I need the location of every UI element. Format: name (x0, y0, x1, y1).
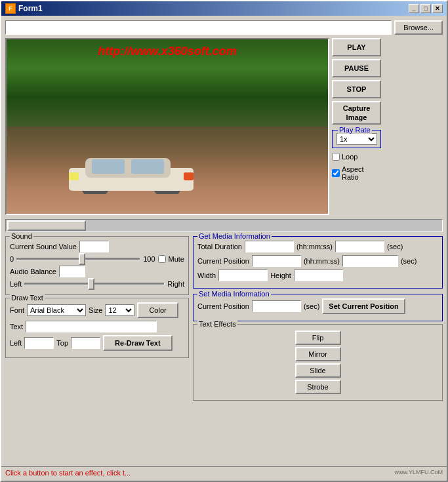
text-row: Text http://www.x360soft.com (10, 321, 184, 332)
mute-label: Mute (169, 255, 184, 263)
aspect-ratio-label: Aspect Ratio (342, 165, 381, 181)
audio-balance-input[interactable]: 0 (59, 266, 85, 277)
mute-checkbox[interactable] (158, 255, 166, 263)
current-sound-label: Current Sound Value (10, 243, 77, 251)
seek-bar[interactable] (5, 219, 443, 232)
loop-checkbox[interactable] (332, 153, 340, 161)
video-player: http://www.x360soft.com (5, 38, 329, 215)
draw-top-label: Top (56, 339, 68, 347)
loop-label: Loop (342, 153, 357, 161)
draw-text-group: Draw Text Font Arial Black Size 12 Color (5, 298, 189, 358)
sound-min-label: 0 (10, 255, 14, 263)
color-button[interactable]: Color (137, 302, 178, 318)
draw-top-input[interactable]: 5 (71, 337, 100, 349)
set-current-position-button[interactable]: Set Current Position (322, 298, 405, 314)
text-label: Text (10, 323, 23, 331)
sound-max-label: 100 (143, 255, 155, 263)
total-duration-row: Total Duration 00:15:13 (hh:mm:ss) 913.1… (197, 241, 438, 252)
play-button[interactable]: PLAY (332, 38, 381, 56)
watermark: www.YLMFU.CoM (394, 469, 443, 475)
window-title: Form1 (18, 4, 43, 13)
audio-balance-row: Audio Balance 0 (10, 266, 184, 277)
draw-left-label: Left (10, 339, 22, 347)
right-panels: Get Media Information Total Duration 00:… (193, 236, 443, 401)
browse-button[interactable]: Browse... (394, 20, 443, 35)
sound-group-label: Sound (10, 232, 33, 240)
left-label: Left (10, 280, 22, 288)
capture-image-button[interactable]: CaptureImage (332, 101, 381, 125)
strobe-button[interactable]: Strobe (295, 380, 341, 394)
total-duration-hhmmss[interactable]: 00:15:13 (245, 241, 294, 252)
current-position-unit: (hh:mm:ss) (304, 257, 340, 265)
stop-button[interactable]: STOP (332, 80, 381, 98)
current-sound-row: Current Sound Value 100 (10, 241, 184, 252)
svg-rect-7 (184, 172, 193, 180)
svg-rect-4 (92, 159, 125, 174)
title-buttons: _ □ ✕ (409, 4, 443, 13)
set-position-input[interactable]: 0 (252, 300, 301, 312)
status-bar: Click a button to start an effect, click… (1, 466, 447, 481)
svg-rect-6 (69, 172, 79, 180)
mirror-button[interactable]: Mirror (295, 347, 341, 361)
set-sec-unit: (sec) (304, 302, 319, 310)
title-bar: F Form1 _ □ ✕ (1, 1, 447, 16)
redraw-button[interactable]: Re-Draw Text (103, 335, 172, 351)
bottom-panels: Sound Current Sound Value 100 0 100 Mute (5, 236, 443, 401)
get-media-label: Get Media Information (197, 232, 272, 240)
current-position-row: Current Position 00:02:36 (hh:mm:ss) 156… (197, 255, 438, 267)
get-media-group: Get Media Information Total Duration 00:… (193, 236, 443, 289)
file-path-input[interactable]: C:\sample.rm (5, 20, 392, 35)
current-sound-input[interactable]: 100 (79, 241, 109, 252)
total-duration-unit: (hh:mm:ss) (296, 243, 333, 251)
status-text: Click a button to start an effect, click… (5, 469, 131, 477)
draw-text-input[interactable]: http://www.x360soft.com (26, 321, 157, 332)
pause-button[interactable]: PAUSE (332, 59, 381, 77)
main-video-area: http://www.x360soft.com PLAY PAUSE STOP … (5, 38, 443, 215)
title-bar-left: F Form1 (5, 3, 43, 14)
total-duration-sec[interactable]: 913.157 (335, 241, 384, 252)
size-select[interactable]: 12 (105, 304, 134, 316)
draw-text-label: Draw Text (10, 294, 45, 302)
sound-group: Sound Current Sound Value 100 0 100 Mute (5, 236, 189, 295)
font-row: Font Arial Black Size 12 Color (10, 302, 184, 318)
sound-slider[interactable] (16, 258, 140, 260)
balance-slider-row: Left Right (10, 280, 184, 288)
current-position-sec[interactable]: 156.1864626 (342, 255, 398, 267)
app-icon: F (5, 3, 16, 14)
play-rate-label: Play Rate (338, 126, 372, 134)
seek-thumb[interactable] (7, 220, 86, 231)
current-position-hhmmss[interactable]: 00:02:36 (252, 255, 301, 267)
loop-row: Loop (332, 153, 381, 161)
car-shape (59, 145, 203, 194)
maximize-button[interactable]: □ (420, 4, 431, 13)
play-rate-select[interactable]: 1x 2x 0.5x (336, 133, 377, 145)
current-position-label: Current Position (197, 257, 249, 265)
main-content: C:\sample.rm Browse... (1, 16, 447, 466)
right-label: Right (167, 280, 184, 288)
right-controls: PLAY PAUSE STOP CaptureImage Play Rate 1… (332, 38, 381, 215)
total-duration-label: Total Duration (197, 243, 242, 251)
height-label: Height (270, 271, 291, 279)
draw-left-input[interactable]: 5 (24, 337, 54, 349)
width-input[interactable]: 320 (218, 270, 268, 281)
slide-button[interactable]: Slide (295, 363, 341, 378)
video-overlay-text: http://www.x360soft.com (98, 45, 236, 58)
sound-slider-row: 0 100 Mute (10, 255, 184, 263)
width-label: Width (197, 271, 216, 279)
flip-button[interactable]: Flip (295, 331, 341, 345)
main-window: F Form1 _ □ ✕ C:\sample.rm Browse... (0, 0, 448, 482)
balance-slider[interactable] (24, 283, 165, 285)
font-select[interactable]: Arial Black (27, 304, 86, 316)
minimize-button[interactable]: _ (409, 4, 419, 13)
seek-track (6, 220, 442, 231)
height-input[interactable]: 240 (294, 270, 343, 281)
aspect-ratio-checkbox[interactable] (332, 169, 340, 177)
close-button[interactable]: ✕ (432, 4, 443, 13)
size-label: Size (89, 306, 102, 314)
text-effects-label: Text Effects (197, 320, 237, 328)
balance-slider-thumb (88, 278, 94, 290)
current-position-sec-unit: (sec) (401, 257, 417, 265)
position-row: Left 5 Top 5 Re-Draw Text (10, 335, 184, 351)
file-bar: C:\sample.rm Browse... (5, 20, 443, 35)
play-rate-group: Play Rate 1x 2x 0.5x (332, 130, 381, 148)
